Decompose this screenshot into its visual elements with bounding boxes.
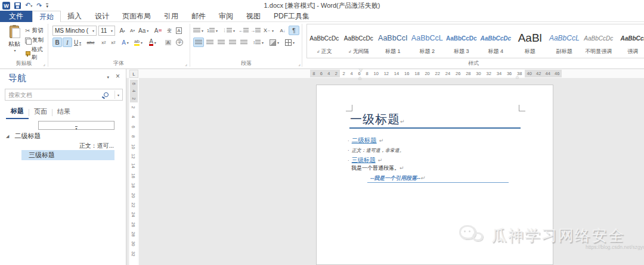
line-spacing-button[interactable]: ↕▾ (253, 38, 264, 47)
tab-file[interactable]: 文件 (0, 11, 32, 22)
style-强调[interactable]: AaBbCcI强调 (616, 24, 644, 58)
decrease-indent-button[interactable]: ← (239, 26, 249, 35)
numbering-caret-icon[interactable]: ▾ (216, 29, 218, 33)
shading-caret-icon[interactable]: ▾ (277, 40, 279, 45)
shrink-font-button[interactable]: A▾ (128, 26, 137, 35)
style-标题 4[interactable]: AaBbCcDc标题 4 (479, 24, 513, 58)
style-不明显强调[interactable]: AaBbCcDc不明显强调 (581, 24, 616, 58)
document-page[interactable]: 一级标题↵ · 二级标题 ↵ · 正文：道可道，非常道。 · 三级标题 ↵ 我是… (316, 85, 553, 265)
show-marks-button[interactable]: ¶ (289, 26, 299, 35)
italic-button[interactable]: I (63, 38, 72, 47)
font-color-caret-icon[interactable]: ▾ (154, 40, 156, 45)
tab-开始[interactable]: 开始 (32, 11, 61, 22)
font-size-caret-icon[interactable]: ▾ (111, 29, 113, 33)
style-标题 1[interactable]: AaBbCcI标题 1 (376, 24, 410, 58)
nav-close-icon[interactable]: × (116, 72, 120, 80)
doc-quote[interactable]: --我是一个引用段落--↵ (370, 174, 425, 182)
shading-button[interactable]: ▾ (270, 38, 279, 47)
collapse-triangle-icon[interactable]: ◢ (6, 134, 9, 139)
nav-heading-item-level2[interactable]: ◢ 二级标题 (6, 132, 41, 141)
style-正文[interactable]: AaBbCcDc↲正文 (307, 24, 342, 58)
phonetic-guide-button[interactable]: 变 (165, 26, 174, 35)
tab-邮件[interactable]: 邮件 (185, 11, 212, 22)
align-center-button[interactable] (205, 38, 215, 47)
nav-jump-box[interactable]: ▼ (38, 121, 114, 130)
paste-button[interactable]: 粘贴 ▾ (5, 26, 24, 59)
highlight-caret-icon[interactable]: ▾ (141, 40, 143, 45)
nav-heading-item-level3-selected[interactable]: 三级标题 (21, 150, 114, 160)
horizontal-ruler[interactable]: 8642 2468101214161820222426283032343638 … (126, 69, 644, 78)
borders-button[interactable]: ▾ (285, 38, 295, 47)
doc-heading2[interactable]: · 二级标题 ↵ (348, 136, 383, 145)
bold-button[interactable]: B (52, 38, 62, 47)
tab-selector-button[interactable]: L (129, 70, 138, 78)
underline-button[interactable]: U▾ (73, 38, 82, 47)
character-border-button[interactable]: A (174, 26, 184, 35)
distribute-button[interactable] (239, 38, 249, 47)
font-size-combo[interactable]: 11 ▾ (98, 26, 115, 36)
nav-tab-页面[interactable]: 页面 (29, 106, 52, 119)
paragraph-dialog-launcher[interactable]: ⌟ (298, 62, 301, 67)
text-effects-button[interactable]: A▾ (120, 38, 130, 47)
tab-页面布局[interactable]: 页面布局 (116, 11, 157, 22)
numbering-button[interactable]: 1▾ (207, 26, 218, 35)
enclose-characters-button[interactable]: 字 (175, 38, 184, 47)
style-副标题[interactable]: AaBbCcL副标题 (547, 24, 582, 58)
doc-heading3[interactable]: · 三级标题 ↵ (348, 156, 382, 164)
nav-search-input[interactable] (5, 92, 104, 98)
tab-审阅[interactable]: 审阅 (212, 11, 240, 22)
style-无间隔[interactable]: AaBbCcDc↲无间隔 (342, 24, 376, 58)
doc-body-line2[interactable]: 我是一个普通段落。↵ (351, 164, 404, 172)
vertical-ruler[interactable]: L 642 2468101214161820222426283032 (129, 69, 139, 265)
justify-button[interactable] (228, 38, 237, 47)
doc-heading1[interactable]: 一级标题↵ (350, 111, 405, 127)
bullets-button[interactable]: ▾ (193, 26, 203, 35)
tab-设计[interactable]: 设计 (88, 11, 116, 22)
nav-tab-标题[interactable]: 标题 (6, 105, 29, 119)
tab-PDF工具集[interactable]: PDF工具集 (267, 11, 316, 22)
character-shading-button[interactable]: A (163, 38, 173, 47)
text-highlight-button[interactable]: ab▾ (134, 38, 143, 47)
nav-options-caret-icon[interactable]: ▾ (107, 75, 109, 80)
cut-button[interactable]: ✂ 剪切 (25, 27, 43, 35)
tab-引用[interactable]: 引用 (157, 11, 185, 22)
borders-caret-icon[interactable]: ▾ (293, 40, 295, 45)
left-indent-marker[interactable]: ⌂ (358, 75, 361, 81)
asian-layout-button[interactable]: X↔▾ (264, 26, 274, 35)
font-color-button[interactable]: A▾ (148, 38, 157, 47)
multilevel-caret-icon[interactable]: ▾ (233, 29, 235, 33)
paste-caret-icon[interactable]: ▾ (14, 48, 16, 52)
asian-layout-caret-icon[interactable]: ▾ (272, 29, 274, 33)
doc-body-line1[interactable]: · 正文：道可道，非常道。 (348, 147, 404, 154)
text-effects-caret-icon[interactable]: ▾ (127, 40, 129, 45)
strikethrough-button[interactable]: abc (86, 38, 95, 47)
grow-font-button[interactable]: A▴ (117, 26, 127, 35)
right-indent-marker[interactable]: ⌂ (516, 74, 519, 80)
search-icon[interactable] (104, 92, 109, 97)
style-标题[interactable]: AaBl标题 (513, 24, 547, 58)
font-name-caret-icon[interactable]: ▾ (92, 29, 94, 33)
bullets-caret-icon[interactable]: ▾ (202, 29, 203, 33)
superscript-button[interactable]: x2 (109, 38, 118, 47)
line-spacing-caret-icon[interactable]: ▾ (262, 40, 264, 45)
font-name-combo[interactable]: MS Mincho ( ▾ (52, 26, 97, 36)
sort-button[interactable]: A↓ (278, 26, 287, 35)
style-标题 2[interactable]: AaBbCcL标题 2 (410, 24, 445, 58)
multilevel-list-button[interactable]: ⋮▾ (222, 26, 235, 35)
align-left-button[interactable] (193, 38, 204, 47)
style-标题 3[interactable]: AaBbCcDc标题 3 (444, 24, 479, 58)
clipboard-dialog-launcher[interactable]: ⌟ (43, 62, 45, 67)
change-case-button[interactable]: Aa▾ (138, 26, 148, 35)
align-right-button[interactable] (216, 38, 226, 47)
increase-indent-button[interactable]: → (250, 26, 261, 35)
font-dialog-launcher[interactable]: ⌟ (185, 62, 187, 67)
clear-formatting-button[interactable]: A (153, 26, 163, 35)
first-line-indent-marker[interactable]: ▽ (359, 67, 363, 73)
search-caret-icon[interactable]: ▾ (117, 93, 119, 97)
copy-button[interactable]: 复制 (25, 36, 44, 44)
tab-插入[interactable]: 插入 (61, 11, 88, 22)
underline-caret-icon[interactable]: ▾ (79, 40, 81, 45)
subscript-button[interactable]: x2 (99, 38, 109, 47)
nav-tab-结果[interactable]: 结果 (52, 106, 75, 119)
tab-视图[interactable]: 视图 (240, 11, 267, 22)
